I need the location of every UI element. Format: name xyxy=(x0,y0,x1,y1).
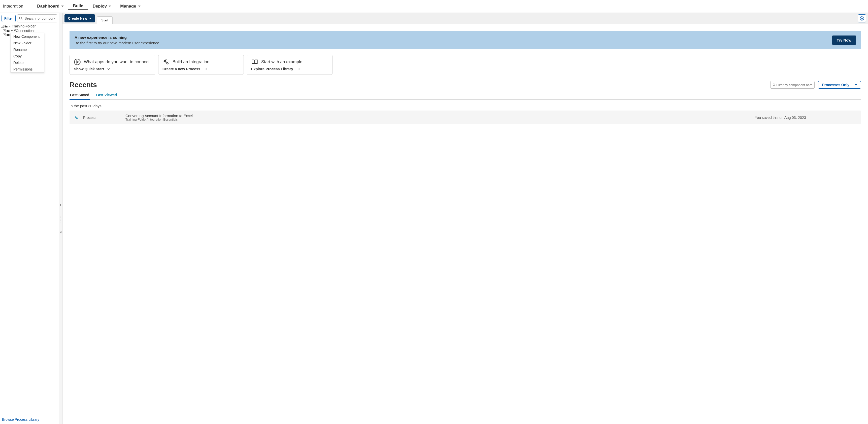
card-1-title: Build an Integration xyxy=(173,59,210,64)
caret-down-icon[interactable] xyxy=(11,30,13,31)
folder-open-icon xyxy=(4,25,8,28)
browse-process-library-link[interactable]: Browse Process Library xyxy=(2,418,39,422)
recent-type: Process xyxy=(83,116,121,120)
svg-point-0 xyxy=(20,17,22,19)
chevron-left-icon[interactable] xyxy=(60,231,61,233)
tree-row-connections[interactable]: + #Connections xyxy=(0,28,59,33)
ctx-permissions[interactable]: Permissions xyxy=(11,66,44,72)
book-open-icon xyxy=(251,58,258,65)
recents-filter-wrap[interactable] xyxy=(770,81,815,89)
top-nav: Integration Dashboard Build Deploy Manag… xyxy=(0,0,868,13)
process-icon xyxy=(74,115,79,120)
svg-point-3 xyxy=(74,59,80,65)
show-quick-start-link[interactable]: Show Quick Start xyxy=(74,67,151,71)
content: A new experience is coming Be the first … xyxy=(62,24,868,424)
recents-filter-input[interactable] xyxy=(776,83,812,87)
ctx-new-component[interactable]: New Component xyxy=(11,33,44,40)
create-new-process-link[interactable]: Create a new Process xyxy=(162,67,240,71)
caret-down-icon xyxy=(61,5,64,7)
ctx-delete[interactable]: Delete xyxy=(11,59,44,66)
svg-line-1 xyxy=(22,19,23,20)
recent-path: Training-Folder/Integration Essentials xyxy=(125,118,750,121)
resize-gutter[interactable] xyxy=(59,13,62,424)
folder-icon xyxy=(6,33,10,36)
tab-last-viewed[interactable]: Last Viewed xyxy=(95,91,118,99)
tab-start-label: Start xyxy=(101,19,108,22)
svg-point-2 xyxy=(862,18,863,19)
search-input-wrap[interactable] xyxy=(17,14,57,23)
chevron-down-icon xyxy=(106,67,111,71)
tree-context-menu: New Component New Folder Rename Copy Del… xyxy=(10,33,44,73)
expand-icon[interactable]: + xyxy=(3,33,6,36)
create-new-label: Create New xyxy=(68,17,87,21)
card-0-title: What apps do you want to connect xyxy=(84,59,150,64)
nav-deploy[interactable]: Deploy xyxy=(88,4,116,9)
card-2-link-label: Explore Process Library xyxy=(251,67,293,71)
nav-deploy-label: Deploy xyxy=(93,4,107,9)
ctx-copy[interactable]: Copy xyxy=(11,53,44,59)
folder-icon xyxy=(6,29,10,32)
svg-point-6 xyxy=(167,63,168,64)
processes-only-label: Processes Only xyxy=(822,83,849,87)
recents-section-label: In the past 30 days xyxy=(69,104,861,108)
sidebar-footer: Browse Process Library xyxy=(0,415,59,424)
caret-down-icon[interactable] xyxy=(9,26,11,27)
chevron-right-icon[interactable] xyxy=(60,204,61,206)
card-connect-apps: What apps do you want to connect Show Qu… xyxy=(69,55,155,75)
recent-item[interactable]: Process Converting Account Information t… xyxy=(69,110,861,124)
nav-build-label: Build xyxy=(73,3,84,8)
card-1-link-label: Create a new Process xyxy=(162,67,200,71)
search-icon xyxy=(773,83,776,87)
caret-down-icon xyxy=(108,5,111,7)
banner-title: A new experience is coming xyxy=(74,35,832,40)
recents-tabs: Last Saved Last Viewed xyxy=(69,91,861,100)
card-build-integration: Build an Integration Create a new Proces… xyxy=(158,55,244,75)
sidebar: Filter − Training-Folder + #Connections … xyxy=(0,13,59,424)
banner-subtitle: Be the first to try our new, modern user… xyxy=(74,41,832,45)
caret-down-icon xyxy=(138,5,141,7)
recents-header: Recents Processes Only xyxy=(69,81,861,89)
arrow-right-icon xyxy=(203,67,208,71)
search-icon xyxy=(19,17,23,21)
tab-start[interactable]: Start xyxy=(97,17,112,24)
settings-button[interactable] xyxy=(858,14,866,23)
svg-line-10 xyxy=(775,85,775,86)
svg-marker-4 xyxy=(77,61,79,63)
tree-row-root[interactable]: − Training-Folder xyxy=(0,24,59,28)
ctx-new-folder[interactable]: New Folder xyxy=(11,40,44,46)
nav-dashboard-label: Dashboard xyxy=(37,4,59,9)
explore-process-library-link[interactable]: Explore Process Library xyxy=(251,67,328,71)
recent-date: You saved this on Aug 03, 2023 xyxy=(755,116,857,120)
nav-dashboard[interactable]: Dashboard xyxy=(32,4,68,9)
try-now-button[interactable]: Try Now xyxy=(832,35,856,45)
caret-down-icon xyxy=(89,18,91,19)
create-new-button[interactable]: Create New xyxy=(64,14,95,23)
recent-name: Converting Account Information to Excel xyxy=(125,113,750,118)
recents-title: Recents xyxy=(69,81,97,89)
component-tree: − Training-Folder + #Connections + New C… xyxy=(0,24,59,415)
drag-handle-icon[interactable] xyxy=(60,216,61,223)
component-search-input[interactable] xyxy=(24,16,55,21)
brand-label: Integration xyxy=(3,4,28,9)
banner: A new experience is coming Be the first … xyxy=(69,31,861,49)
filter-button[interactable]: Filter xyxy=(1,15,16,22)
tree-root-label: Training-Folder xyxy=(12,24,35,28)
tab-last-saved-label: Last Saved xyxy=(70,93,89,97)
main-toolbar: Create New Start xyxy=(62,13,868,24)
card-start-example: Start with an example Explore Process Li… xyxy=(247,55,333,75)
svg-point-9 xyxy=(773,84,775,85)
processes-only-button[interactable]: Processes Only xyxy=(818,81,861,89)
nav-build[interactable]: Build xyxy=(68,3,88,9)
tree-child-0-label: #Connections xyxy=(14,29,35,33)
svg-point-5 xyxy=(164,60,166,62)
expand-icon[interactable]: + xyxy=(3,29,6,32)
tab-last-saved[interactable]: Last Saved xyxy=(69,91,90,100)
gears-icon xyxy=(162,58,169,65)
ctx-rename[interactable]: Rename xyxy=(11,46,44,53)
caret-down-icon xyxy=(855,84,857,86)
collapse-icon[interactable]: − xyxy=(1,25,4,28)
play-circle-icon xyxy=(74,58,81,65)
main-area: Create New Start A new experience is com… xyxy=(62,13,868,424)
tab-last-viewed-label: Last Viewed xyxy=(96,93,117,97)
nav-manage[interactable]: Manage xyxy=(116,4,145,9)
